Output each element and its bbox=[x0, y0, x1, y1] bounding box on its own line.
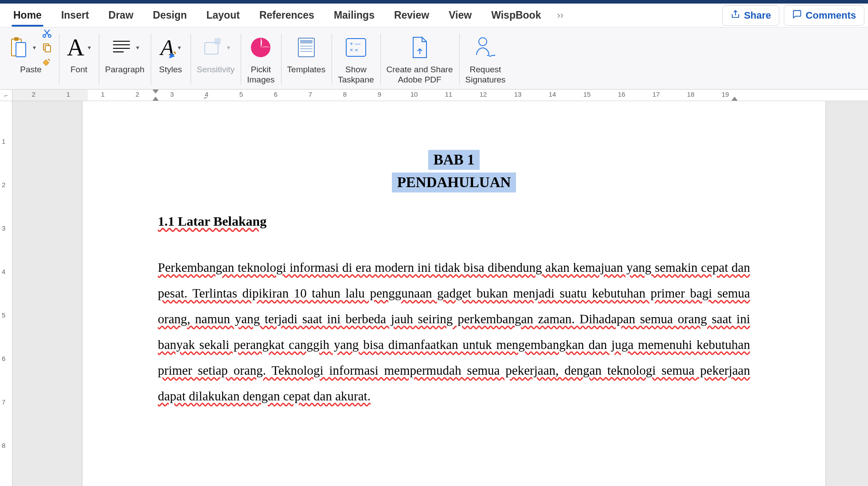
tab-view[interactable]: View bbox=[439, 5, 481, 26]
cut-icon[interactable] bbox=[41, 27, 53, 39]
svg-rect-15 bbox=[300, 40, 313, 43]
ribbon-group-taskpane: + —× = ShowTaskpane bbox=[332, 29, 380, 89]
ruler-mark: 8 bbox=[2, 442, 5, 449]
window-titlebar bbox=[0, 0, 868, 4]
ruler-mark: 5 bbox=[2, 311, 5, 319]
taskpane-icon[interactable]: + —× = bbox=[344, 37, 368, 58]
ruler-mark: 2 bbox=[136, 90, 139, 98]
ribbon-group-clipboard: ▾ Paste bbox=[3, 29, 59, 89]
paste-icon[interactable] bbox=[9, 36, 29, 59]
ruler-mark: 17 bbox=[653, 90, 660, 98]
tab-layout[interactable]: Layout bbox=[196, 5, 249, 26]
tab-insert[interactable]: Insert bbox=[51, 5, 99, 26]
signature-icon[interactable] bbox=[473, 35, 498, 59]
ribbon-group-pickit: PickitImages bbox=[241, 29, 281, 89]
document-area: 123456789 BAB 1 PENDAHULUAN 1.1 Latar Be… bbox=[0, 101, 868, 486]
ruler-mark: 2 bbox=[32, 90, 35, 98]
ribbon-group-sensitivity: ▾ Sensitivity bbox=[191, 29, 241, 89]
tab-review[interactable]: Review bbox=[384, 5, 439, 26]
chevron-down-icon[interactable]: ▾ bbox=[88, 44, 91, 51]
comments-label: Comments bbox=[805, 10, 856, 21]
page[interactable]: BAB 1 PENDAHULUAN 1.1 Latar Belakang Per… bbox=[82, 101, 825, 486]
tab-design[interactable]: Design bbox=[143, 5, 197, 26]
paragraph-icon[interactable] bbox=[110, 39, 133, 56]
tab-mailings[interactable]: Mailings bbox=[324, 5, 384, 26]
ruler-mark: 6 bbox=[274, 90, 278, 98]
tab-wispbook[interactable]: WispBook bbox=[481, 5, 551, 26]
vertical-ruler[interactable]: 123456789 bbox=[0, 101, 12, 486]
format-painter-icon[interactable] bbox=[41, 56, 53, 67]
ribbon-label-font: Font bbox=[70, 65, 87, 75]
ruler-row: ⌐ 2112345678910111213141516171819⌐ bbox=[0, 90, 868, 101]
ruler-mark: 8 bbox=[343, 90, 347, 98]
svg-rect-12 bbox=[215, 38, 221, 44]
doc-paragraph[interactable]: Perkembangan teknologi informasi di era … bbox=[158, 255, 750, 409]
chevron-down-icon[interactable]: ▾ bbox=[136, 44, 139, 51]
adobe-pdf-icon[interactable] bbox=[409, 35, 431, 59]
ruler-mark: 6 bbox=[2, 355, 5, 362]
ruler-mark: 2 bbox=[2, 181, 5, 188]
font-icon[interactable]: A bbox=[67, 35, 84, 59]
ribbon-group-styles: A ▾ Styles bbox=[151, 29, 191, 89]
horizontal-ruler[interactable]: 2112345678910111213141516171819⌐ bbox=[12, 90, 868, 101]
ruler-mark: 14 bbox=[549, 90, 556, 98]
chevron-down-icon[interactable]: ▾ bbox=[33, 44, 36, 51]
svg-point-22 bbox=[479, 38, 487, 46]
doc-subheading[interactable]: 1.1 Latar Belakang bbox=[158, 214, 750, 229]
svg-text:× =: × = bbox=[350, 47, 358, 53]
ruler-mark: 1 bbox=[2, 137, 5, 145]
tabs-overflow-icon[interactable]: ›› bbox=[551, 10, 570, 21]
ruler-corner-icon[interactable]: ⌐ bbox=[0, 90, 12, 101]
ruler-mark: 5 bbox=[239, 90, 243, 98]
ruler-mark: 4 bbox=[2, 268, 5, 275]
ribbon-label-signatures: RequestSignatures bbox=[465, 65, 506, 85]
ribbon-group-adobe-pdf: Create and ShareAdobe PDF bbox=[380, 29, 459, 89]
styles-icon[interactable]: A bbox=[160, 36, 174, 59]
chevron-down-icon: ▾ bbox=[227, 44, 230, 51]
ruler-mark: 13 bbox=[514, 90, 522, 98]
ruler-mark: 7 bbox=[2, 398, 5, 406]
chapter-heading: BAB 1 PENDAHULUAN bbox=[158, 150, 750, 192]
ribbon-label-paragraph: Paragraph bbox=[105, 65, 145, 75]
ribbon: ▾ Paste A ▾ Font ▾ Paragraph A bbox=[0, 27, 868, 90]
ribbon-label-templates: Templates bbox=[287, 65, 326, 75]
ruler-mark: 12 bbox=[480, 90, 487, 98]
svg-rect-6 bbox=[45, 46, 51, 52]
share-label: Share bbox=[744, 10, 771, 21]
ruler-mark: 15 bbox=[583, 90, 591, 98]
sensitivity-icon bbox=[201, 36, 223, 59]
doc-title-line1[interactable]: BAB 1 bbox=[428, 150, 480, 170]
svg-rect-1 bbox=[16, 43, 26, 57]
ruler-mark: 16 bbox=[618, 90, 626, 98]
templates-icon[interactable] bbox=[296, 36, 317, 59]
ribbon-label-sensitivity: Sensitivity bbox=[197, 65, 235, 75]
ruler-mark: 7 bbox=[309, 90, 312, 98]
ribbon-tabs: Home Insert Draw Design Layout Reference… bbox=[0, 4, 868, 27]
tab-draw[interactable]: Draw bbox=[99, 5, 143, 26]
ruler-mark: 10 bbox=[411, 90, 418, 98]
copy-icon[interactable] bbox=[41, 42, 53, 53]
ribbon-group-paragraph: ▾ Paragraph bbox=[99, 29, 151, 89]
ribbon-group-signatures: RequestSignatures bbox=[459, 29, 512, 89]
ribbon-group-templates: Templates bbox=[281, 29, 332, 89]
tab-home[interactable]: Home bbox=[4, 5, 51, 26]
tab-references[interactable]: References bbox=[250, 5, 324, 26]
ribbon-label-styles: Styles bbox=[159, 65, 182, 75]
ruler-mark: 3 bbox=[2, 224, 5, 232]
ruler-mark: 1 bbox=[101, 90, 105, 98]
ribbon-label-paste: Paste bbox=[20, 65, 42, 75]
ribbon-label-taskpane: ShowTaskpane bbox=[338, 65, 374, 85]
comment-icon bbox=[792, 9, 802, 22]
ruler-mark: 9 bbox=[378, 90, 381, 98]
ribbon-label-pickit: PickitImages bbox=[247, 65, 274, 85]
share-icon bbox=[731, 9, 740, 22]
comments-button[interactable]: Comments bbox=[784, 5, 864, 26]
ruler-mark: 18 bbox=[687, 90, 695, 98]
ruler-mark: 11 bbox=[445, 90, 453, 98]
share-button[interactable]: Share bbox=[722, 5, 779, 26]
ruler-mark: 1 bbox=[66, 90, 70, 98]
ruler-mark: 19 bbox=[722, 90, 729, 98]
pickit-icon[interactable] bbox=[249, 36, 272, 59]
document-canvas[interactable]: BAB 1 PENDAHULUAN 1.1 Latar Belakang Per… bbox=[12, 101, 868, 486]
doc-title-line2[interactable]: PENDAHULUAN bbox=[392, 172, 516, 192]
